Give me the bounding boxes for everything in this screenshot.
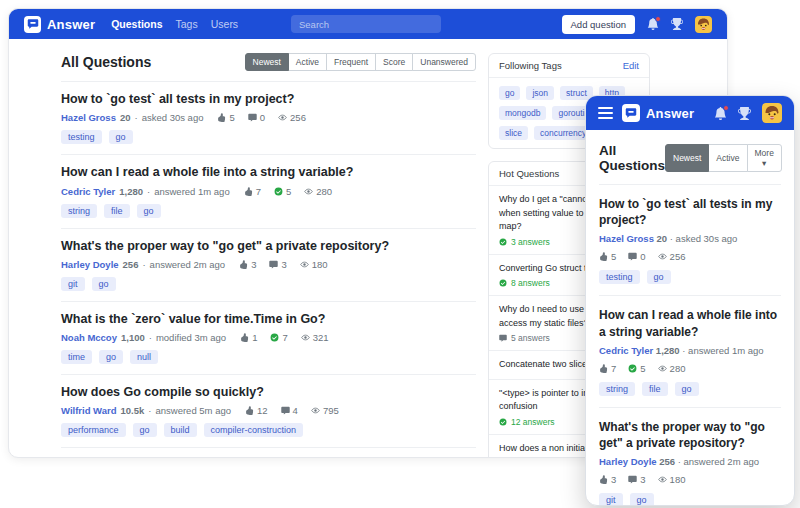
notification-dot (723, 105, 729, 111)
question-title[interactable]: How does Go update third-party packages? (61, 457, 476, 458)
question-title[interactable]: What's the proper way to "go get" a priv… (599, 419, 781, 451)
question-title[interactable]: How to `go test` all tests in my project… (599, 196, 781, 228)
tag-pill[interactable]: performance (61, 423, 126, 437)
tag-pill[interactable]: build (164, 423, 197, 437)
views-count: 280 (670, 363, 686, 374)
votes-stat: 7 (599, 363, 616, 374)
tag-pill[interactable]: compiler-construction (204, 423, 304, 437)
menu-button[interactable] (598, 107, 613, 119)
hot-questions-title: Hot Questions (499, 168, 559, 179)
eye-icon (301, 333, 310, 342)
page-title: All Questions (599, 143, 665, 173)
question-title[interactable]: How to `go test` all tests in my project… (61, 91, 476, 107)
brand-logo[interactable]: Answer (622, 104, 694, 122)
author-link[interactable]: Harley Doyle (599, 456, 657, 467)
filter-more[interactable]: More ▾ (747, 144, 782, 172)
add-question-button[interactable]: Add question (562, 15, 635, 34)
filter-newest[interactable]: Newest (245, 53, 289, 71)
tag-pill[interactable]: git (61, 277, 85, 291)
accepted-icon (499, 418, 507, 426)
accepted-icon (628, 364, 637, 373)
author-link[interactable]: Harley Doyle (61, 259, 119, 270)
tag-pill[interactable]: go (133, 423, 157, 437)
tag-pill[interactable]: go (137, 204, 161, 218)
question-stats: 7 5 280 (244, 186, 332, 197)
tag-pill[interactable]: mongodb (499, 106, 546, 120)
tag-pill[interactable]: null (130, 350, 158, 364)
notifications-button[interactable] (714, 107, 727, 120)
answers-stat: 7 (270, 332, 287, 343)
tag-pill[interactable]: time (61, 350, 92, 364)
filter-active[interactable]: Active (708, 144, 747, 172)
thumbs-up-icon (599, 252, 608, 261)
answers-stat: 3 (269, 259, 286, 270)
author-link[interactable]: Cedric Tyler (599, 345, 653, 356)
tag-pill[interactable]: go (109, 130, 133, 144)
tag-pill[interactable]: go (92, 277, 116, 291)
tag-list: testinggo (599, 270, 781, 284)
notifications-button[interactable] (647, 18, 659, 30)
answers-count: 3 (281, 259, 286, 270)
author-link[interactable]: Hazel Gross (599, 233, 654, 244)
question-title[interactable]: How can I read a whole file into a strin… (599, 307, 781, 339)
filter-active[interactable]: Active (288, 53, 327, 71)
achievements-button[interactable] (738, 107, 751, 120)
author-link[interactable]: Wilfrid Ward (61, 405, 117, 416)
tag-pill[interactable]: file (642, 382, 668, 396)
edit-tags-link[interactable]: Edit (623, 60, 639, 71)
tag-pill[interactable]: go (630, 493, 654, 506)
tag-pill[interactable]: go (647, 270, 671, 284)
answer-logo-icon (24, 16, 41, 33)
author-link[interactable]: Noah Mccoy (61, 332, 117, 343)
desktop-header: Answer Questions Tags Users Add question (9, 9, 727, 39)
tag-pill[interactable]: string (61, 204, 97, 218)
brand-logo[interactable]: Answer (24, 16, 95, 33)
tag-pill[interactable]: testing (61, 130, 102, 144)
filter-score[interactable]: Score (375, 53, 413, 71)
search-input[interactable] (291, 15, 441, 33)
nav-item-tags[interactable]: Tags (176, 18, 198, 30)
question-title[interactable]: What's the proper way to "go get" a priv… (61, 238, 476, 254)
answers-count: 0 (640, 251, 645, 262)
main-nav: Questions Tags Users (111, 18, 238, 30)
questions-header: All Questions NewestActiveFrequentScoreU… (61, 53, 476, 71)
tag-pill[interactable]: go (675, 382, 699, 396)
filter-frequent[interactable]: Frequent (326, 53, 376, 71)
question-title[interactable]: How can I read a whole file into a strin… (61, 164, 476, 180)
question-row: What is the `zero` value for time.Time i… (61, 302, 476, 375)
views-stat: 256 (658, 251, 686, 262)
author-reputation: 256 (123, 259, 139, 270)
eye-icon (658, 475, 667, 484)
trophy-icon (738, 107, 751, 120)
nav-item-questions[interactable]: Questions (111, 18, 162, 30)
tag-pill[interactable]: go (499, 86, 520, 100)
views-stat: 256 (278, 112, 306, 123)
tag-pill[interactable]: string (599, 382, 635, 396)
views-stat: 321 (301, 332, 329, 343)
nav-item-users[interactable]: Users (211, 18, 238, 30)
tag-pill[interactable]: testing (599, 270, 640, 284)
question-title[interactable]: How does Go compile so quickly? (61, 384, 476, 400)
tag-pill[interactable]: git (599, 493, 623, 506)
comment-icon (628, 475, 637, 484)
answers-count: 5 (640, 363, 645, 374)
tag-pill[interactable]: go (99, 350, 123, 364)
avatar[interactable] (695, 16, 712, 33)
mobile-window: Answer All Questions NewestActiveMore ▾ … (585, 95, 795, 506)
achievements-button[interactable] (671, 18, 683, 30)
filter-newest[interactable]: Newest (665, 144, 709, 172)
tag-pill[interactable]: slice (499, 126, 528, 140)
votes-stat: 5 (599, 251, 616, 262)
question-stats: 1 7 321 (240, 332, 328, 343)
tag-pill[interactable]: concurrency (534, 126, 592, 140)
author-link[interactable]: Hazel Gross (61, 112, 116, 123)
votes-count: 7 (256, 186, 261, 197)
answers-label: 3 answers (511, 237, 550, 247)
author-link[interactable]: Cedric Tyler (61, 186, 115, 197)
tag-pill[interactable]: file (104, 204, 130, 218)
filter-unanswered[interactable]: Unanswered (412, 53, 476, 71)
question-time: asked 30s ago (676, 233, 738, 244)
avatar[interactable] (762, 103, 782, 123)
question-title[interactable]: What is the `zero` value for time.Time i… (61, 311, 476, 327)
tag-pill[interactable]: json (526, 86, 554, 100)
